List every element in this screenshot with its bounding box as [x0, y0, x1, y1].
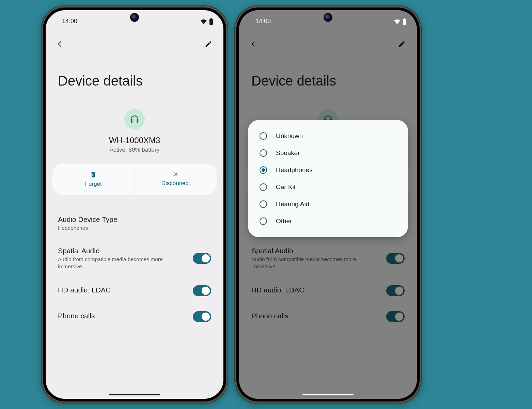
audio-type-title: Audio Device Type	[58, 215, 204, 224]
trash-icon	[90, 171, 97, 178]
radio-label: Car Kit	[276, 183, 296, 191]
radio-option-headphones[interactable]: Headphones	[248, 162, 408, 179]
audio-type-dialog: UnknownSpeakerHeadphonesCar KitHearing A…	[248, 120, 408, 237]
disconnect-label: Disconnect	[161, 180, 190, 187]
radio-label: Other	[276, 217, 292, 225]
radio-option-other[interactable]: Other	[248, 213, 408, 230]
device-name: WH-1000XM3	[46, 136, 223, 145]
radio-icon	[260, 200, 267, 208]
audio-type-row[interactable]: Audio Device Type Headphones	[46, 208, 223, 239]
forget-label: Forget	[85, 181, 102, 187]
spatial-sub: Audio from compatible media becomes more…	[58, 256, 186, 270]
disconnect-button[interactable]: Disconnect	[135, 164, 217, 195]
radio-icon	[260, 217, 267, 225]
wifi-icon	[394, 19, 401, 24]
audio-type-value: Headphones	[58, 225, 204, 232]
wifi-icon	[200, 19, 207, 24]
device-header: WH-1000XM3 Active, 80% battery	[46, 95, 223, 164]
back-button[interactable]	[56, 39, 65, 49]
radio-option-hearing-aid[interactable]: Hearing Aid	[248, 196, 408, 213]
device-icon-circle	[124, 109, 145, 130]
phone-calls-row[interactable]: Phone calls	[46, 304, 223, 330]
svg-rect-3	[404, 18, 405, 19]
action-row: Forget Disconnect	[52, 164, 217, 195]
status-bar: 14:00	[239, 10, 417, 28]
screen: 14:00 Device details	[239, 10, 417, 399]
hd-title: HD audio: LDAC	[58, 286, 186, 294]
forget-button[interactable]: Forget	[52, 164, 135, 195]
radio-label: Speaker	[276, 149, 300, 157]
radio-icon	[260, 166, 267, 174]
page-title: Device details	[46, 49, 223, 95]
radio-icon	[260, 132, 267, 140]
battery-icon	[209, 18, 213, 25]
home-indicator[interactable]	[109, 394, 160, 395]
home-indicator[interactable]	[302, 394, 354, 395]
radio-option-speaker[interactable]: Speaker	[248, 145, 408, 162]
spatial-toggle[interactable]	[193, 253, 211, 264]
radio-icon	[260, 149, 267, 157]
radio-icon	[260, 183, 267, 191]
top-bar	[46, 28, 223, 49]
headphones-icon	[129, 114, 140, 124]
svg-rect-2	[403, 19, 406, 25]
status-time: 14:00	[62, 18, 77, 25]
radio-option-car-kit[interactable]: Car Kit	[248, 179, 408, 196]
radio-label: Unknown	[276, 132, 303, 140]
spatial-title: Spatial Audio	[58, 247, 186, 255]
radio-option-unknown[interactable]: Unknown	[248, 127, 408, 145]
hd-toggle[interactable]	[193, 285, 211, 296]
radio-label: Hearing Aid	[276, 200, 309, 208]
battery-icon	[403, 18, 407, 25]
svg-rect-0	[209, 19, 213, 25]
front-camera	[130, 13, 139, 22]
calls-title: Phone calls	[58, 312, 186, 320]
device-status: Active, 80% battery	[46, 147, 223, 153]
status-time: 14:00	[255, 18, 271, 25]
svg-rect-1	[210, 18, 212, 19]
calls-toggle[interactable]	[193, 311, 211, 322]
screen: 14:00 Device details	[46, 10, 223, 399]
close-icon	[173, 171, 179, 177]
edit-button[interactable]	[204, 39, 213, 49]
spatial-audio-row[interactable]: Spatial Audio Audio from compatible medi…	[46, 239, 223, 278]
phone-frame-right: 14:00 Device details	[234, 5, 422, 404]
phone-frame-left: 14:00 Device details	[41, 5, 228, 404]
hd-audio-row[interactable]: HD audio: LDAC	[46, 278, 223, 304]
radio-label: Headphones	[276, 166, 313, 174]
